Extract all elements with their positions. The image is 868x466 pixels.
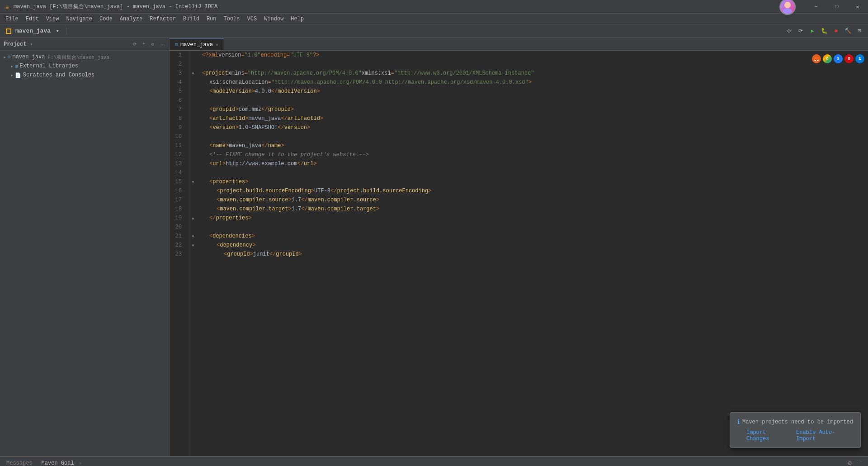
tab-maven-java[interactable]: m maven_java ✕ — [170, 38, 224, 50]
debug-btn[interactable]: 🐛 — [819, 26, 829, 36]
code-line-15: <properties> — [202, 177, 868, 186]
opera-icon[interactable]: O — [844, 54, 854, 63]
bottom-tabs: Messages Maven Goal ✕ ⚙ — — [0, 457, 868, 466]
settings-sidebar-btn[interactable]: ⚙ — [149, 41, 156, 48]
code-line-12: <!-- FIXME change it to the project's we… — [202, 150, 868, 159]
line-numbers: 1 2 3 4 5 6 7 8 9 10 11 12 13 14 15 16 1… — [170, 51, 189, 456]
project-dropdown-arrow[interactable]: ▾ — [30, 42, 33, 47]
line-num-22: 22 — [170, 241, 185, 250]
line-num-19: 19 — [170, 214, 185, 223]
toast-title-text: Maven projects need to be imported — [742, 419, 853, 425]
code-line-21: <dependencies> — [202, 232, 868, 241]
toast-title: ℹ Maven projects need to be imported — [737, 418, 853, 426]
menu-analyze[interactable]: Analyze — [116, 15, 146, 23]
line-num-20: 20 — [170, 223, 185, 232]
code-line-20 — [202, 223, 868, 232]
enable-auto-import-link[interactable]: Enable Auto-Import — [796, 429, 853, 442]
menu-help[interactable]: Help — [287, 15, 307, 23]
bottom-tab-messages[interactable]: Messages — [4, 459, 35, 466]
sidebar-tree: ▶ m maven_java F:\项目集合\maven_java ▶ ⊞ Ex… — [0, 51, 169, 456]
code-content[interactable]: <?xml version="1.0" encoding="UTF-8"?> <… — [197, 51, 868, 456]
fold-icon-3[interactable]: ▼ — [192, 71, 194, 76]
code-line-18: <maven.compiler.target>1.7</maven.compil… — [202, 204, 868, 214]
line-num-9: 9 — [170, 123, 185, 132]
tab-close-maven-java[interactable]: ✕ — [216, 42, 218, 48]
terminal-btn[interactable]: ⊡ — [854, 26, 864, 36]
main-toolbar: maven_java ▾ ⚙ ⟳ ▶ 🐛 ■ 🔨 ⊡ — [0, 24, 868, 38]
code-line-13: <url>http://www.example.com</url> — [202, 159, 868, 168]
user-avatar[interactable] — [779, 0, 796, 15]
code-line-2 — [202, 60, 868, 69]
line-num-10: 10 — [170, 132, 185, 141]
code-line-14 — [202, 168, 868, 177]
menu-edit[interactable]: Edit — [22, 15, 42, 23]
sync-sidebar-btn[interactable]: ⟳ — [131, 41, 138, 48]
editor-tabs: m maven_java ✕ — [170, 38, 868, 51]
import-changes-link[interactable]: Import Changes — [746, 429, 791, 442]
code-line-16: <project.build.sourceEncoding>UTF-8</pro… — [202, 186, 868, 195]
bottom-tab-maven-goal-close[interactable]: ✕ — [79, 461, 82, 466]
bottom-tab-maven-goal[interactable]: Maven Goal ✕ — [39, 459, 85, 466]
close-button[interactable]: ✕ — [847, 0, 868, 14]
code-line-10 — [202, 132, 868, 141]
firefox-icon[interactable]: 🦊 — [812, 54, 821, 63]
toolbar-divider — [66, 28, 66, 35]
menu-view[interactable]: View — [42, 15, 63, 23]
toast-info-icon: ℹ — [737, 418, 740, 426]
menu-file[interactable]: File — [2, 15, 22, 23]
maximize-button[interactable]: □ — [826, 0, 847, 14]
bottom-panel: Messages Maven Goal ✕ ⚙ — [INFO] Paramet… — [0, 456, 868, 466]
sync-btn[interactable]: ⟳ — [796, 26, 806, 36]
tree-item-maven-java[interactable]: ▶ m maven_java F:\项目集合\maven_java — [0, 52, 169, 62]
fold-icon-15[interactable]: ▼ — [192, 180, 194, 184]
editor-gutter: ▼ ▼ — [189, 51, 197, 456]
menu-code[interactable]: Code — [96, 15, 116, 23]
svg-point-1 — [783, 8, 792, 14]
line-num-5: 5 — [170, 87, 185, 96]
line-num-21: 21 — [170, 232, 185, 241]
minimize-button[interactable]: − — [806, 0, 826, 14]
menu-navigate[interactable]: Navigate — [62, 15, 96, 23]
menu-tools[interactable]: Tools — [220, 15, 244, 23]
line-num-17: 17 — [170, 195, 185, 204]
safari-icon[interactable]: S — [834, 54, 843, 63]
menu-vcs[interactable]: VCS — [244, 15, 261, 23]
project-name: maven_java — [15, 28, 51, 34]
fold-icon-21[interactable]: ▼ — [192, 234, 194, 238]
menu-window[interactable]: Window — [260, 15, 287, 23]
window-controls[interactable]: − □ ✕ — [806, 0, 868, 13]
scratches-expand-icon: ▶ — [11, 73, 13, 77]
chrome-icon[interactable]: C — [823, 54, 832, 63]
stop-btn[interactable]: ■ — [831, 26, 841, 36]
build-btn[interactable]: 🔨 — [843, 26, 853, 36]
line-num-18: 18 — [170, 204, 185, 214]
menu-build[interactable]: Build — [179, 15, 203, 23]
collapse-btn[interactable]: + — [140, 41, 147, 48]
tree-label-external-libs: External Libraries — [19, 63, 78, 69]
line-num-8: 8 — [170, 114, 185, 123]
window-title: maven_java [F:\项目集合\maven_java] - maven_… — [14, 3, 864, 10]
code-line-9: <version>1.0-SNAPSHOT</version> — [202, 123, 868, 132]
tree-item-external-libs[interactable]: ▶ ⊞ External Libraries — [0, 62, 169, 71]
bottom-settings-btn[interactable]: ⚙ — [848, 459, 852, 466]
dropdown-arrow[interactable]: ▾ — [52, 26, 62, 36]
code-line-6 — [202, 96, 868, 105]
notification-toast: ℹ Maven projects need to be imported Imp… — [730, 412, 861, 448]
fold-icon-22[interactable]: ▼ — [192, 243, 194, 247]
run-btn[interactable]: ▶ — [807, 26, 817, 36]
hide-sidebar-btn[interactable]: — — [158, 41, 165, 48]
line-num-23: 23 — [170, 250, 185, 259]
tree-path-maven-java: F:\项目集合\maven_java — [47, 54, 109, 61]
tree-item-scratches[interactable]: ▶ 📄 Scratches and Consoles — [0, 71, 169, 80]
app-icon: ☕ — [4, 3, 11, 10]
project-panel-label: Project — [4, 41, 26, 48]
menu-run[interactable]: Run — [203, 15, 220, 23]
code-line-5: <modelVersion>4.0.0</modelVersion> — [202, 87, 868, 96]
edge-icon[interactable]: E — [855, 54, 864, 63]
menu-refactor[interactable]: Refactor — [146, 15, 179, 23]
bottom-panel-hide-btn[interactable]: — — [857, 460, 864, 466]
settings-toolbar-btn[interactable]: ⚙ — [784, 26, 794, 36]
fold-icon-19[interactable]: ▲ — [192, 216, 194, 220]
external-libs-expand-icon: ▶ — [11, 64, 13, 68]
code-line-19: </properties> — [202, 214, 868, 223]
